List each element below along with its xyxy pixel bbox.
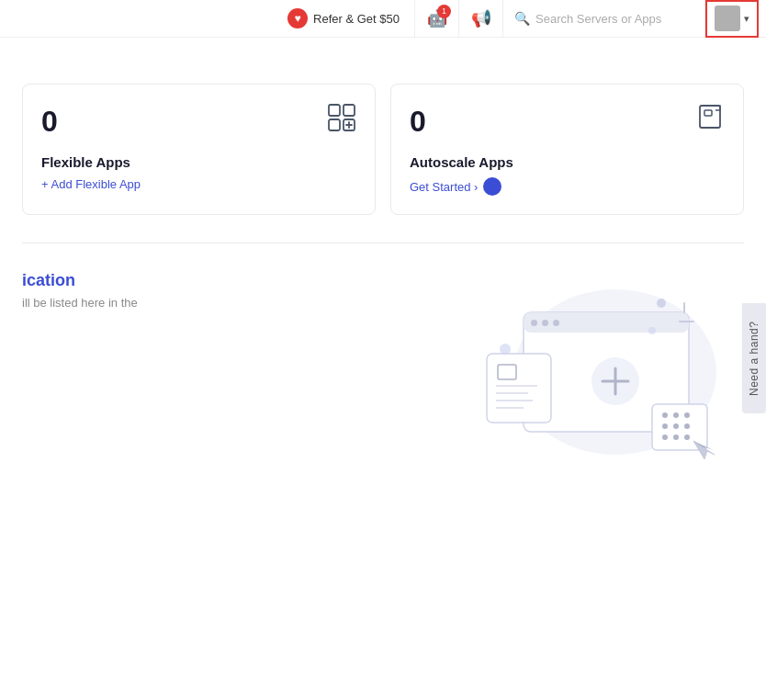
autoscale-apps-count: 0	[410, 105, 426, 138]
svg-point-35	[657, 299, 666, 308]
svg-point-36	[500, 344, 511, 355]
autoscale-apps-card: 0 Autoscale Apps Get Started ›	[390, 84, 744, 215]
blue-dot-indicator	[483, 177, 501, 196]
svg-point-27	[684, 423, 690, 429]
svg-rect-10	[542, 320, 548, 326]
svg-point-26	[673, 423, 679, 429]
search-bar[interactable]: 🔍 Search Servers or Apps	[503, 0, 705, 38]
avatar	[715, 6, 740, 31]
chevron-down-icon: ▾	[744, 13, 749, 25]
get-started-label: Get Started ›	[410, 180, 478, 194]
refer-button[interactable]: ♥ Refer & Get $50	[273, 0, 415, 38]
svg-point-29	[673, 435, 679, 440]
robot-button[interactable]: 🤖 1	[415, 0, 459, 38]
need-hand-label: Need a hand?	[748, 321, 760, 395]
announcement-button[interactable]: 📢	[459, 0, 503, 38]
svg-rect-11	[553, 320, 559, 326]
search-placeholder: Search Servers or Apps	[535, 12, 661, 26]
svg-rect-12	[487, 354, 551, 423]
empty-state-illustration	[432, 262, 744, 464]
svg-rect-5	[704, 110, 712, 116]
add-flexible-app-link[interactable]: + Add Flexible App	[41, 177, 356, 191]
svg-rect-1	[344, 105, 355, 116]
empty-state-text: ication ill be listed here in the	[22, 262, 395, 310]
svg-rect-8	[524, 312, 689, 333]
cards-row: 0 Flexible Apps + Add Flexible App 0	[22, 84, 744, 215]
svg-point-37	[648, 327, 656, 334]
refer-label: Refer & Get $50	[313, 12, 400, 26]
svg-point-23	[673, 412, 679, 418]
svg-point-30	[684, 435, 690, 440]
search-icon: 🔍	[514, 11, 530, 26]
flexible-apps-card: 0 Flexible Apps + Add Flexible App	[22, 84, 376, 215]
svg-point-28	[662, 435, 668, 440]
announcement-icon: 📢	[471, 8, 491, 28]
svg-point-22	[662, 412, 668, 418]
flexible-apps-title: Flexible Apps	[41, 154, 356, 170]
user-menu-button[interactable]: ▾	[705, 0, 759, 38]
svg-rect-9	[531, 320, 537, 326]
svg-rect-0	[329, 105, 340, 116]
flexible-apps-count: 0	[41, 105, 58, 138]
need-hand-tab[interactable]: Need a hand?	[742, 303, 766, 413]
get-started-link[interactable]: Get Started ›	[410, 177, 725, 196]
heart-icon: ♥	[287, 8, 308, 28]
robot-badge: 1	[437, 5, 451, 18]
svg-rect-2	[329, 119, 340, 130]
top-navigation: ♥ Refer & Get $50 🤖 1 📢 🔍 Search Servers…	[0, 0, 766, 38]
section-divider	[22, 243, 744, 243]
svg-rect-21	[652, 404, 707, 450]
svg-point-25	[662, 423, 668, 429]
flexible-apps-icon	[327, 103, 356, 138]
svg-point-24	[684, 412, 690, 418]
main-content: 0 Flexible Apps + Add Flexible App 0	[0, 38, 766, 464]
autoscale-apps-title: Autoscale Apps	[410, 154, 725, 170]
svg-rect-4	[700, 106, 720, 128]
empty-state-section: ication ill be listed here in the	[22, 262, 744, 464]
empty-state-title: ication	[22, 271, 395, 290]
autoscale-apps-icon	[697, 103, 725, 136]
empty-state-subtitle: ill be listed here in the	[22, 296, 395, 310]
